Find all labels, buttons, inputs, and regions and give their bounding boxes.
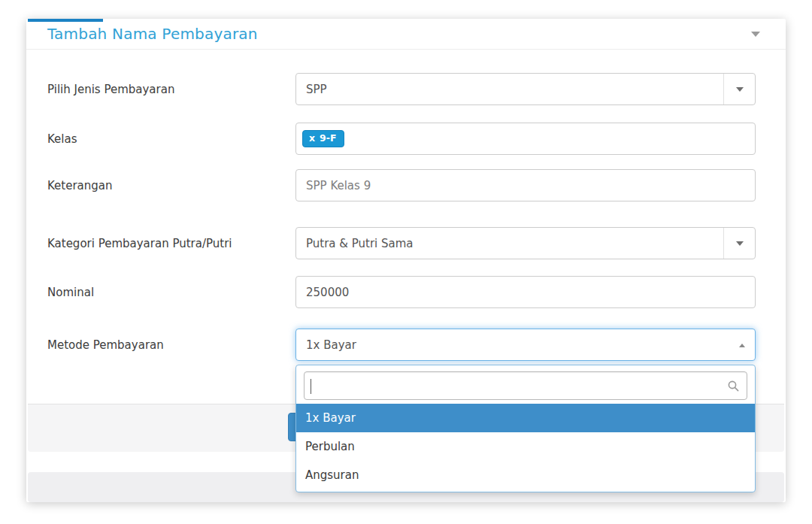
search-icon xyxy=(727,380,740,395)
form-row-kelas: Kelas x9-F xyxy=(26,123,786,155)
nominal-input[interactable] xyxy=(295,276,756,308)
select-jenis-pembayaran[interactable]: SPP xyxy=(295,73,756,105)
form-row-metode: Metode Pembayaran 1x Bayar xyxy=(26,329,786,361)
field-label-kelas: Kelas xyxy=(47,132,295,146)
field-label-metode: Metode Pembayaran xyxy=(47,338,295,352)
select-kategori-value: Putra & Putri Sama xyxy=(296,237,414,250)
caret-up-icon xyxy=(739,344,745,347)
dropdown-search-wrap xyxy=(296,365,755,404)
kelas-tag-label: 9-F xyxy=(320,134,336,144)
field-label-jenis-pembayaran: Pilih Jenis Pembayaran xyxy=(47,83,295,96)
select-kategori-putra-putri[interactable]: Putra & Putri Sama xyxy=(295,227,756,259)
dropdown-options-list: 1x Bayar Perbulan Angsuran xyxy=(296,404,755,489)
form-row-keterangan: Keterangan xyxy=(26,169,786,201)
form-row-jenis-pembayaran: Pilih Jenis Pembayaran SPP xyxy=(26,73,786,105)
dropdown-option-1x-bayar[interactable]: 1x Bayar xyxy=(296,404,755,432)
dropdown-search-input[interactable] xyxy=(304,371,747,400)
field-label-keterangan: Keterangan xyxy=(47,179,295,192)
caret-down-icon xyxy=(723,74,755,104)
text-cursor xyxy=(311,379,311,394)
kelas-tags-input[interactable]: x9-F xyxy=(295,123,756,155)
panel-header: Tambah Nama Pembayaran xyxy=(26,19,786,50)
field-label-nominal: Nominal xyxy=(47,286,295,299)
keterangan-input[interactable] xyxy=(295,169,756,201)
panel-body: Pilih Jenis Pembayaran SPP Kelas x9-F Ke… xyxy=(26,73,786,361)
metode-select-dropdown: 1x Bayar Perbulan Angsuran xyxy=(295,365,756,492)
dropdown-option-angsuran[interactable]: Angsuran xyxy=(296,461,755,489)
dropdown-option-perbulan[interactable]: Perbulan xyxy=(296,432,755,461)
caret-down-icon xyxy=(723,228,755,259)
select-jenis-pembayaran-value: SPP xyxy=(296,83,327,96)
panel-tambah-nama-pembayaran: Tambah Nama Pembayaran Pilih Jenis Pemba… xyxy=(26,19,786,502)
form-row-kategori: Kategori Pembayaran Putra/Putri Putra & … xyxy=(26,227,786,259)
form-row-nominal: Nominal xyxy=(26,276,786,308)
select-metode-value: 1x Bayar xyxy=(296,338,356,352)
chevron-down-icon[interactable] xyxy=(751,32,760,37)
field-label-kategori: Kategori Pembayaran Putra/Putri xyxy=(47,237,295,250)
select-metode-pembayaran[interactable]: 1x Bayar xyxy=(295,329,756,361)
page: Tambah Nama Pembayaran Pilih Jenis Pemba… xyxy=(0,0,812,524)
kelas-tag: x9-F xyxy=(302,130,344,148)
remove-tag-icon[interactable]: x xyxy=(309,134,315,144)
panel-title: Tambah Nama Pembayaran xyxy=(47,25,258,43)
